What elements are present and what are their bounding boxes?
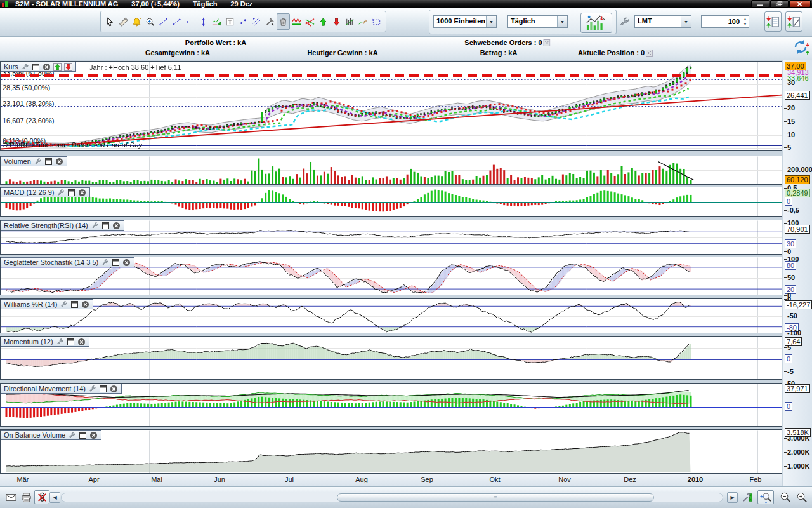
scrollbar-thumb[interactable]: ≡: [337, 493, 654, 502]
chart-tools-button[interactable]: [741, 490, 755, 504]
period-select[interactable]: Täglich ▼: [508, 15, 568, 28]
buy-arrow-tool[interactable]: [317, 13, 330, 30]
sync-orders-icon[interactable]: [792, 38, 809, 57]
stop-data-button[interactable]: [34, 490, 49, 504]
wrench-icon[interactable]: [101, 258, 109, 267]
wrench-icon[interactable]: [91, 222, 99, 230]
scroll-right-button[interactable]: ▶: [727, 492, 738, 503]
stepper-arrows[interactable]: ▲▼: [742, 17, 749, 27]
annotate-chart-tool[interactable]: [210, 13, 223, 30]
close-panel-icon[interactable]: [112, 222, 121, 230]
close-panel-icon[interactable]: [78, 189, 86, 197]
trendline-tool[interactable]: [157, 13, 170, 30]
close-panel-icon[interactable]: [122, 258, 131, 267]
parallel-lines-tool[interactable]: [250, 13, 263, 30]
wrench-icon[interactable]: [68, 431, 76, 439]
maximize-icon[interactable]: [67, 189, 75, 197]
window-title-price: 37,00 (+5,44%): [131, 0, 180, 8]
cursor-tool[interactable]: [103, 13, 117, 30]
points-tool[interactable]: [237, 13, 250, 30]
volumen-chart-canvas[interactable]: [1, 156, 782, 184]
restore-button[interactable]: [770, 0, 789, 8]
panel-header: On Balance Volume: [1, 430, 102, 440]
panel-title: MACD (12 26 9): [4, 189, 54, 196]
wrench-icon[interactable]: [88, 385, 96, 393]
close-panel-icon[interactable]: [81, 300, 89, 309]
chart-style-button[interactable]: [580, 13, 612, 33]
close-panel-icon[interactable]: [77, 338, 86, 346]
clear-position-icon[interactable]: [646, 50, 653, 57]
horizontal-scrollbar[interactable]: ≡: [61, 493, 723, 502]
month-label: Feb: [750, 476, 762, 483]
panel-dm: Directional Movement (14): [0, 383, 782, 427]
maximize-icon[interactable]: [99, 385, 107, 393]
delete-tool[interactable]: [277, 13, 290, 30]
close-panel-icon[interactable]: [55, 157, 63, 166]
month-label: Mär: [17, 476, 29, 483]
wrench-icon[interactable]: [34, 157, 42, 166]
scroll-left-button[interactable]: ◀: [49, 492, 60, 503]
zoom-plus-tool[interactable]: [143, 13, 157, 30]
wrench-icon[interactable]: [21, 63, 29, 71]
panel-rsi: Relative Strength(RSI) (14): [0, 220, 782, 255]
maximize-icon[interactable]: [102, 222, 110, 230]
maximize-icon[interactable]: [44, 157, 53, 166]
pitchfork-tool[interactable]: [303, 13, 317, 30]
rectangle-tool[interactable]: [370, 13, 383, 30]
obv-chart-canvas[interactable]: [1, 430, 782, 473]
segment-tool[interactable]: [170, 13, 183, 30]
sell-arrow-tool[interactable]: [330, 13, 343, 30]
price-axis-column[interactable]: 37,0034,91333,6463026,4412015105200.0006…: [783, 60, 812, 486]
mail-button[interactable]: [4, 490, 18, 504]
chevron-down-icon[interactable]: ▼: [557, 16, 567, 27]
close-panel-icon[interactable]: [89, 431, 98, 439]
vertical-line-tool[interactable]: [197, 13, 210, 30]
object-tools[interactable]: [263, 13, 277, 30]
month-label: 2010: [688, 476, 703, 483]
alert-price-line[interactable]: [1, 74, 782, 77]
portfolio-info-bar: Portfolio Wert : kA Gesamtgewinn : kA He…: [0, 37, 812, 60]
maximize-icon[interactable]: [70, 300, 79, 309]
wrench-icon[interactable]: [56, 338, 64, 346]
axis-tick-label: 10: [787, 131, 795, 138]
freehand-tool[interactable]: [357, 13, 370, 30]
zoom-fit-button[interactable]: [757, 490, 774, 504]
zigzag-channel-tool[interactable]: [290, 13, 303, 30]
order-type-select[interactable]: LMT ▼: [634, 15, 691, 28]
print-button[interactable]: [19, 490, 33, 504]
wrench-icon[interactable]: [60, 300, 68, 309]
chevron-down-icon[interactable]: ▼: [486, 16, 496, 27]
units-select[interactable]: 1000 Einheiten ▼: [433, 15, 497, 28]
ruler-tool[interactable]: [117, 13, 130, 30]
maximize-icon[interactable]: [67, 338, 75, 346]
zoom-in-button[interactable]: [794, 490, 808, 504]
scale-down-icon[interactable]: [64, 63, 72, 71]
bars-pattern-tool[interactable]: [343, 13, 357, 30]
williams-chart-canvas[interactable]: [1, 299, 782, 333]
maximize-icon[interactable]: [79, 431, 87, 439]
new-order-button[interactable]: [764, 11, 782, 32]
order-settings-wrench-icon[interactable]: [619, 16, 630, 29]
maximize-icon[interactable]: [112, 258, 120, 267]
close-button[interactable]: [789, 0, 811, 8]
portfolio-wert: Portfolio Wert : kA: [185, 39, 246, 46]
momentum-chart-canvas[interactable]: [1, 337, 782, 379]
scale-up-icon[interactable]: [53, 63, 62, 71]
clear-orders-icon[interactable]: [544, 39, 551, 46]
close-panel-icon[interactable]: [43, 63, 51, 71]
minimize-button[interactable]: [751, 0, 769, 8]
zoom-out-button[interactable]: [778, 490, 792, 504]
quantity-stepper[interactable]: 100 ▲▼: [701, 15, 749, 28]
modify-order-button[interactable]: [785, 11, 802, 32]
macd-chart-canvas[interactable]: [1, 187, 782, 216]
horizontal-line-tool[interactable]: [183, 13, 197, 30]
alarm-tool[interactable]: [130, 13, 143, 30]
wrench-icon[interactable]: [56, 189, 65, 197]
chevron-down-icon[interactable]: ▼: [681, 16, 691, 27]
close-panel-icon[interactable]: [110, 385, 118, 393]
maximize-icon[interactable]: [32, 63, 40, 71]
panel-title: Geglätteter Stochastik (14 3 5): [4, 258, 98, 266]
text-tool[interactable]: [223, 13, 237, 30]
window-title-symbol: S2M - SOLAR MILLENNIUM AG: [15, 0, 118, 8]
time-axis[interactable]: MärAprMaiJunJulAugSepOktNovDez2010Feb: [0, 474, 782, 486]
